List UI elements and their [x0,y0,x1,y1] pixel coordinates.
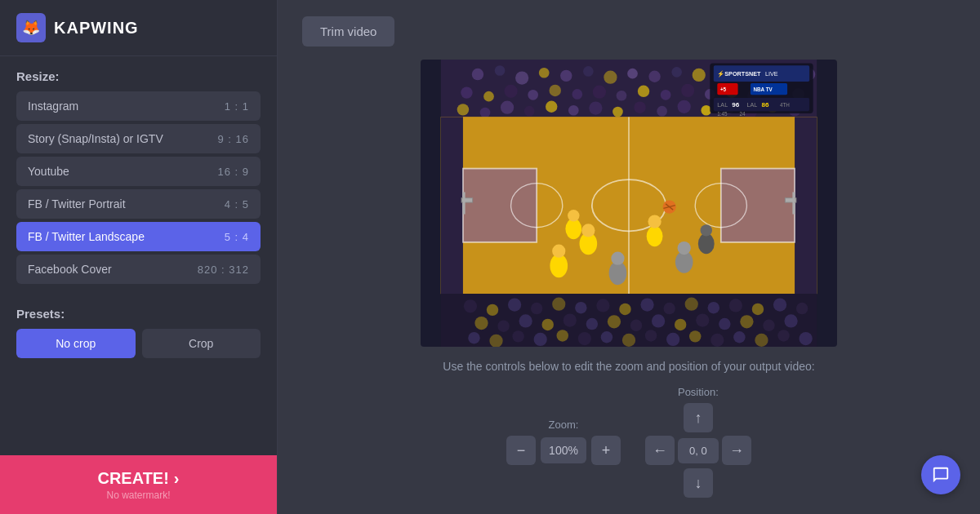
svg-point-76 [678,241,691,255]
video-frame: ⚡SPORTSNET LIVE NBA TV +5 LAL 96 LAL 86 … [421,60,837,347]
chat-button[interactable] [921,455,960,494]
svg-point-111 [696,313,709,326]
svg-point-124 [645,330,657,341]
svg-point-99 [773,298,786,311]
resize-facebook-cover[interactable]: Facebook Cover 820 : 312 [16,255,261,284]
svg-point-36 [501,101,514,114]
svg-point-102 [497,321,509,332]
position-control-group: Position: ↑ ← 0, 0 → ↓ [645,386,751,498]
svg-text:4TH: 4TH [780,102,790,108]
svg-point-19 [483,91,494,102]
svg-point-2 [472,69,483,80]
resize-instagram[interactable]: Instagram 1 : 1 [16,91,261,121]
svg-point-116 [468,332,479,343]
presets-label: Presets: [16,307,261,321]
svg-rect-54 [795,117,817,294]
svg-point-130 [777,330,789,341]
svg-point-70 [581,224,595,237]
svg-point-73 [647,226,663,246]
create-label: CREATE! › [97,469,179,488]
svg-point-77 [565,219,581,239]
presets-buttons: No crop Crop [16,329,261,358]
svg-point-101 [474,317,488,330]
position-up-button[interactable]: ↑ [684,403,713,432]
svg-point-22 [550,85,561,96]
svg-point-109 [652,314,665,327]
svg-text:24: 24 [739,111,746,117]
svg-point-25 [617,91,627,101]
svg-point-93 [640,298,653,311]
no-watermark-label: No watermark! [106,490,170,501]
svg-point-39 [568,105,579,116]
svg-rect-60 [721,169,795,242]
svg-point-95 [685,298,698,311]
position-down-button[interactable]: ↓ [684,468,713,498]
position-value: 0, 0 [678,438,719,463]
svg-point-43 [657,106,667,117]
zoom-plus-button[interactable]: + [591,436,621,465]
resize-story[interactable]: Story (Snap/Insta) or IGTV 9 : 16 [16,124,261,153]
svg-point-120 [557,330,568,341]
svg-point-18 [461,86,472,98]
svg-point-115 [784,314,797,327]
svg-point-68 [552,245,565,258]
svg-point-26 [638,86,649,97]
presets-section: Presets: No crop Crop [0,294,277,365]
svg-point-103 [519,314,532,327]
zoom-control-group: Zoom: − 100% + [506,419,621,465]
svg-point-21 [528,90,538,100]
zoom-minus-button[interactable]: − [506,436,536,465]
svg-point-90 [575,302,586,313]
svg-point-110 [675,319,686,330]
resize-youtube[interactable]: Youtube 16 : 9 [16,157,261,186]
kapwing-logo-icon: 🦊 [16,13,46,42]
svg-point-119 [534,333,547,346]
svg-point-80 [701,224,712,236]
resize-fb-portrait[interactable]: FB / Twitter Portrait 4 : 5 [16,189,261,219]
svg-point-42 [634,101,645,113]
trim-video-button[interactable]: Trim video [302,16,394,47]
svg-point-74 [648,215,661,228]
video-preview: ⚡SPORTSNET LIVE NBA TV +5 LAL 96 LAL 86 … [421,60,837,347]
svg-point-86 [487,304,498,316]
svg-point-91 [596,299,609,312]
position-left-button[interactable]: ← [645,436,675,465]
svg-text:1:45: 1:45 [717,111,728,117]
svg-point-85 [464,299,477,312]
svg-point-100 [796,303,808,314]
zoom-value: 100% [541,437,586,463]
position-right-button[interactable]: → [722,436,751,465]
svg-text:LIVE: LIVE [765,70,778,78]
svg-point-79 [698,233,715,254]
svg-point-6 [560,70,572,82]
instructions-text: Use the controls below to edit the zoom … [443,360,814,373]
svg-point-122 [601,331,612,343]
svg-point-37 [524,106,535,117]
svg-point-123 [622,334,635,347]
svg-point-4 [515,71,528,84]
svg-point-87 [508,298,521,311]
svg-rect-57 [463,169,537,242]
svg-point-118 [512,330,523,342]
svg-point-12 [693,69,706,82]
preset-no-crop[interactable]: No crop [16,329,136,358]
svg-point-107 [608,315,621,328]
svg-point-10 [648,71,660,82]
svg-text:96: 96 [732,101,740,109]
svg-point-128 [733,331,745,343]
svg-point-41 [612,107,623,117]
svg-point-7 [583,66,594,77]
svg-text:LAL: LAL [746,101,757,109]
resize-fb-landscape[interactable]: FB / Twitter Landscape 5 : 4 [16,222,261,251]
svg-point-113 [740,315,753,328]
logo-area: 🦊 KAPWING [0,0,277,56]
svg-point-104 [541,319,553,330]
svg-point-127 [710,334,724,347]
svg-point-38 [546,101,557,113]
svg-point-78 [568,210,579,221]
svg-point-97 [729,299,742,312]
create-button-area[interactable]: CREATE! › No watermark! [0,455,277,514]
svg-point-27 [661,90,671,100]
svg-point-108 [630,320,642,331]
preset-crop[interactable]: Crop [142,329,261,358]
